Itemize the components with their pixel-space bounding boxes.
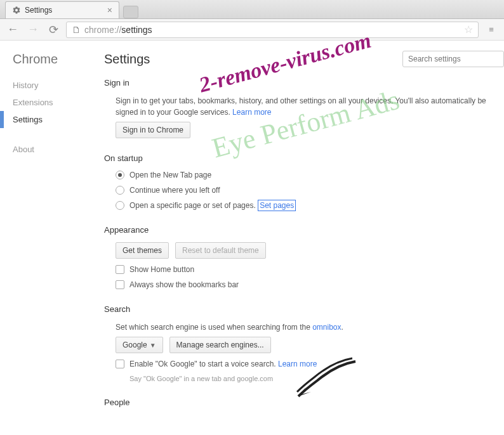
search-settings-input[interactable] (402, 51, 504, 67)
bookmark-star-icon[interactable]: ☆ (464, 23, 473, 36)
sidebar-item-settings[interactable]: Settings (13, 111, 89, 128)
show-bookmarks-checkbox[interactable]: Always show the bookmarks bar (116, 280, 489, 289)
signin-learn-more-link[interactable]: Learn more (232, 108, 271, 117)
signin-desc: Sign in to get your tabs, bookmarks, his… (116, 95, 489, 118)
show-home-checkbox[interactable]: Show Home button (116, 265, 489, 274)
brand-title: Chrome (13, 52, 89, 67)
caret-down-icon: ▼ (150, 342, 156, 349)
sidebar-item-extensions[interactable]: Extensions (13, 94, 89, 111)
url-path: settings (121, 25, 152, 35)
forward-button[interactable]: → (25, 22, 41, 37)
reload-button[interactable]: ⟳ (46, 22, 61, 37)
page-icon: 🗋 (72, 25, 81, 35)
browser-tab[interactable]: Settings × (5, 1, 119, 18)
back-button[interactable]: ← (5, 22, 20, 37)
reset-theme-button[interactable]: Reset to default theme (175, 242, 266, 259)
people-title: People (104, 398, 489, 407)
new-tab-button[interactable] (123, 6, 138, 18)
search-engine-dropdown[interactable]: Google▼ (116, 337, 163, 353)
menu-button[interactable]: ≡ (484, 22, 499, 37)
ok-google-learn-more-link[interactable]: Learn more (278, 360, 317, 368)
settings-main: Settings Sign in Sign in to get your tab… (89, 41, 504, 435)
radio-icon (116, 201, 124, 210)
startup-specific-radio[interactable]: Open a specific page or set of pages. Se… (116, 201, 489, 210)
tab-title: Settings (25, 6, 52, 15)
search-title: Search (104, 304, 489, 314)
startup-title: On startup (104, 153, 489, 163)
browser-toolbar: ← → ⟳ 🗋 chrome://settings ☆ ≡ (0, 19, 504, 41)
set-pages-link[interactable]: Set pages (258, 200, 296, 211)
tab-bar: Settings × (0, 0, 504, 19)
ok-google-hint: Say "Ok Google" in a new tab and google.… (129, 375, 489, 382)
sidebar: Chrome History Extensions Settings About (0, 41, 89, 435)
manage-search-engines-button[interactable]: Manage search engines... (169, 337, 271, 353)
gear-icon (12, 6, 21, 15)
appearance-title: Appearance (104, 225, 489, 235)
get-themes-button[interactable]: Get themes (116, 242, 169, 259)
signin-button[interactable]: Sign in to Chrome (116, 122, 190, 138)
ok-google-checkbox[interactable]: Enable "Ok Google" to start a voice sear… (116, 360, 489, 368)
radio-icon (116, 171, 124, 179)
checkbox-icon (116, 265, 124, 274)
signin-title: Sign in (104, 78, 489, 88)
checkbox-icon (116, 280, 124, 289)
sidebar-item-history[interactable]: History (13, 77, 89, 94)
startup-newtab-radio[interactable]: Open the New Tab page (116, 171, 489, 179)
checkbox-icon (116, 360, 124, 368)
sidebar-item-about[interactable]: About (13, 141, 89, 158)
search-desc: Set which search engine is used when sea… (116, 321, 489, 333)
omnibox[interactable]: 🗋 chrome://settings ☆ (66, 22, 479, 38)
url-prefix: chrome:// (84, 25, 121, 35)
startup-continue-radio[interactable]: Continue where you left off (116, 186, 489, 195)
radio-icon (116, 186, 124, 195)
close-tab-icon[interactable]: × (107, 5, 112, 15)
omnibox-link[interactable]: omnibox (312, 323, 341, 332)
